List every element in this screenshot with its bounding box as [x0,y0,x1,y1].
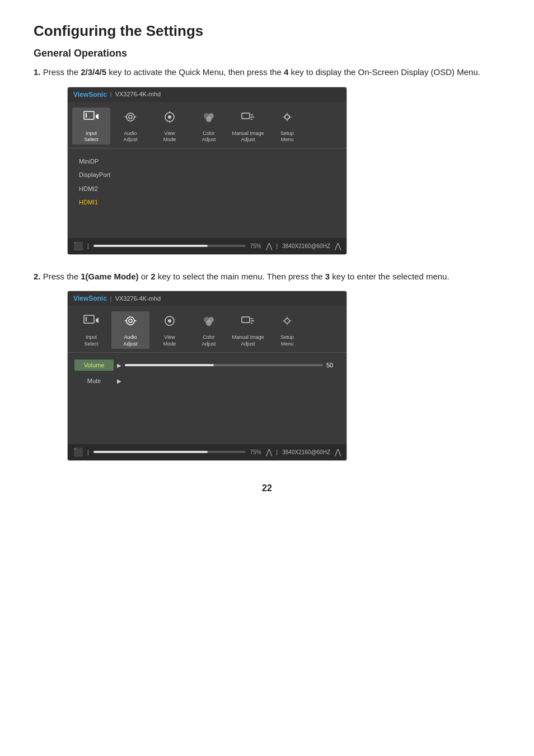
volume-value: 50 [326,361,340,370]
osd2-input-select-icon [83,314,99,332]
osd2-menu-setup[interactable]: SetupMenu [268,311,306,348]
osd2-manual-icon [241,314,255,332]
osd2-menu-color[interactable]: ColorAdjust [190,311,228,348]
svg-point-3 [129,115,132,119]
manual-image-icon [241,110,255,128]
osd2-body: InputSelect AudioAdjust [68,306,346,460]
svg-point-16 [285,115,289,119]
svg-point-25 [206,320,212,326]
resolution-1: 3840X2160@60HZ [282,242,330,250]
svg-point-5 [168,115,171,119]
osd-screenshot-1: ViewSonic | VX3276-4K-mhd InputSelect [67,87,347,255]
sidebar-displayport[interactable]: DisplayPort [74,169,142,181]
menu-manual-image-label: Manual ImageAdjust [232,130,264,143]
osd2-titlebar: ViewSonic | VX3276-4K-mhd [68,291,346,306]
progress-fill-1 [93,245,208,247]
sidebar-hdmi1[interactable]: HDMI1 [74,196,142,209]
svg-point-22 [168,319,171,323]
menu-audio-adjust[interactable]: AudioAdjust [111,108,149,144]
osd1-main [142,153,340,234]
osd2-menu-view-mode[interactable]: ViewMode [151,311,189,348]
step-1: 1. Press the 2/3/4/5 key to activate the… [34,66,500,255]
osd2-audio-icon [123,314,138,332]
arrow-1: ⋀ [266,240,272,252]
menu-input-select[interactable]: InputSelect [72,108,110,144]
osd1-sidebar: MiniDP DisplayPort HDMI2 HDMI1 [74,153,142,234]
page-number: 22 [34,483,500,493]
progress-pct-1: 75% [250,242,261,250]
power-icon-2: ⬛ [73,446,83,458]
osd1-body: InputSelect AudioAdjust [68,102,346,254]
corner-arrow-1: ⋀ [335,240,341,252]
volume-arrow: ▶ [117,361,121,370]
volume-label[interactable]: Volume [74,360,114,371]
mute-label[interactable]: Mute [74,375,114,387]
osd1-statusbar: ⬛ | 75% ⋀ | 3840X2160@60HZ ⋀ [68,238,346,254]
osd1-menu-row: InputSelect AudioAdjust [68,102,346,148]
osd2-menu-manual-label: Manual ImageAdjust [232,334,264,347]
osd2-color-icon [202,314,216,332]
osd1-model: VX3276-4K-mhd [115,90,161,99]
svg-rect-1 [86,113,87,118]
sidebar-hdmi2[interactable]: HDMI2 [74,183,142,195]
svg-rect-11 [242,113,250,119]
corner-arrow-2: ⋀ [335,446,341,458]
svg-point-20 [129,319,132,323]
menu-color-adjust-label: ColorAdjust [202,130,216,143]
osd1-brand: ViewSonic [73,90,107,100]
osd2-menu-input-select[interactable]: InputSelect [72,311,110,348]
svg-rect-18 [86,317,87,321]
sidebar-minidp[interactable]: MiniDP [74,155,142,168]
volume-fill [125,364,214,366]
arrow-2: ⋀ [266,446,272,458]
power-icon-1: ⬛ [73,240,83,252]
progress-fill-2 [93,451,208,453]
progress-track-1 [93,245,246,247]
menu-audio-adjust-label: AudioAdjust [123,130,137,143]
osd2-menu-audio-label: AudioAdjust [123,334,137,347]
menu-view-mode-label: ViewMode [163,130,176,143]
svg-point-2 [127,113,134,121]
view-mode-icon [162,110,177,128]
menu-setup-label: SetupMenu [280,130,294,143]
osd2-empty-space [68,389,346,440]
osd2-menu-color-label: ColorAdjust [202,334,216,347]
color-adjust-icon [202,110,216,128]
osd2-menu-manual[interactable]: Manual ImageAdjust [229,311,267,348]
mute-row: Mute ▶ [68,373,346,389]
osd2-model: VX3276-4K-mhd [115,294,161,304]
audio-adjust-icon [123,110,138,128]
step-2: 2. Press the 1(Game Mode) or 2 key to se… [34,270,500,461]
menu-manual-image[interactable]: Manual ImageAdjust [229,108,267,144]
osd1-titlebar: ViewSonic | VX3276-4K-mhd [68,87,346,102]
volume-track [125,364,323,366]
osd2-setup-icon [280,314,294,332]
step2-text: 2. Press the 1(Game Mode) or 2 key to se… [34,270,500,283]
svg-rect-17 [84,315,94,323]
osd2-menu-setup-label: SetupMenu [280,334,294,347]
mute-arrow: ▶ [117,377,121,385]
step1-text: 1. Press the 2/3/4/5 key to activate the… [34,66,500,79]
svg-point-10 [206,116,212,122]
divider-1: | [87,242,89,250]
progress-track-2 [93,451,246,453]
input-select-icon [83,110,99,128]
osd2-statusbar: ⬛ | 75% ⋀ | 3840X2160@60HZ ⋀ [68,444,346,460]
osd2-brand: ViewSonic [73,293,107,304]
osd2-content: Volume ▶ 50 Mute ▶ [68,353,346,444]
menu-setup[interactable]: SetupMenu [268,108,306,144]
page-title: Configuring the Settings [34,22,500,40]
menu-view-mode[interactable]: ViewMode [151,108,189,144]
section-heading: General Operations [34,48,500,59]
osd2-menu-audio-adjust[interactable]: AudioAdjust [111,311,149,348]
osd2-menu-view-label: ViewMode [163,334,176,347]
osd2-menu-row: InputSelect AudioAdjust [68,306,346,352]
svg-point-30 [285,319,289,323]
menu-color-adjust[interactable]: ColorAdjust [190,108,228,144]
divider-3: | [87,448,89,456]
resolution-2: 3840X2160@60HZ [282,448,330,456]
volume-row: Volume ▶ 50 [68,357,346,374]
osd2-menu-input-select-label: InputSelect [84,334,98,347]
divider-2: | [277,242,278,250]
divider-4: | [277,448,278,456]
